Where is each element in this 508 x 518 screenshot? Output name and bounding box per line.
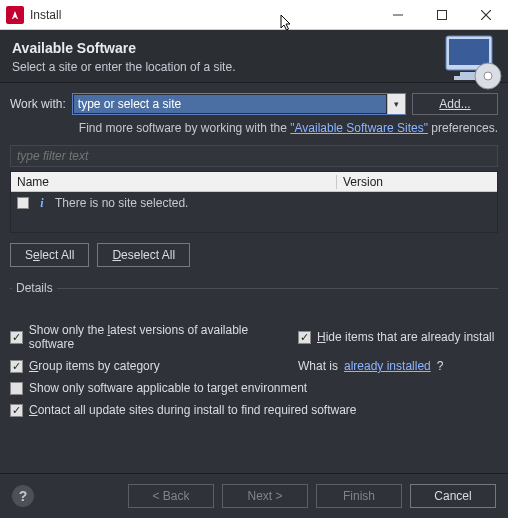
close-button[interactable] — [464, 0, 508, 30]
already-installed-text: What is already installed? — [298, 359, 498, 373]
titlebar: Install — [0, 0, 508, 30]
details-group: Details — [10, 281, 498, 315]
option-group-category[interactable]: ✓ Group items by category — [10, 359, 290, 373]
option-hide-installed[interactable]: ✓ Hide items that are already install — [298, 323, 498, 351]
empty-message: There is no site selected. — [55, 196, 188, 210]
finish-button: Finish — [316, 484, 402, 508]
back-button: < Back — [128, 484, 214, 508]
install-graphic-icon — [440, 32, 504, 92]
option-target-env[interactable]: Show only software applicable to target … — [10, 381, 498, 395]
workwith-combo[interactable]: ▾ — [72, 93, 406, 115]
next-button: Next > — [222, 484, 308, 508]
software-table: Name Version i There is no site selected… — [10, 171, 498, 233]
column-version[interactable]: Version — [337, 175, 497, 189]
cancel-button[interactable]: Cancel — [410, 484, 496, 508]
option-latest-versions[interactable]: ✓ Show only the latest versions of avail… — [10, 323, 290, 351]
minimize-button[interactable] — [376, 0, 420, 30]
column-name[interactable]: Name — [11, 175, 337, 189]
checkbox-icon: ✓ — [10, 404, 23, 417]
wizard-footer: ? < Back Next > Finish Cancel — [0, 473, 508, 518]
window-title: Install — [30, 8, 376, 22]
dialog-header: Available Software Select a site or ente… — [0, 30, 508, 83]
angular-icon — [6, 6, 24, 24]
deselect-all-button[interactable]: Deselect All — [97, 243, 190, 267]
svg-point-10 — [484, 72, 492, 80]
available-sites-link[interactable]: "Available Software Sites" — [290, 121, 428, 135]
add-button[interactable]: Add... — [412, 93, 498, 115]
svg-rect-6 — [449, 39, 489, 65]
workwith-input[interactable] — [74, 95, 386, 113]
table-empty-row: i There is no site selected. — [17, 196, 491, 210]
page-subtitle: Select a site or enter the location of a… — [12, 60, 235, 74]
checkbox-icon: ✓ — [298, 331, 311, 344]
already-installed-link[interactable]: already installed — [344, 359, 431, 373]
workwith-label: Work with: — [10, 97, 66, 111]
checkbox-icon: ✓ — [10, 331, 23, 344]
checkbox-icon — [10, 382, 23, 395]
maximize-button[interactable] — [420, 0, 464, 30]
info-icon: i — [35, 196, 49, 210]
table-header: Name Version — [11, 172, 497, 192]
filter-input[interactable] — [10, 145, 498, 167]
help-icon[interactable]: ? — [12, 485, 34, 507]
details-legend: Details — [12, 281, 57, 295]
svg-rect-2 — [438, 10, 447, 19]
page-title: Available Software — [12, 40, 235, 56]
option-contact-sites[interactable]: ✓ Contact all update sites during instal… — [10, 403, 498, 417]
chevron-down-icon[interactable]: ▾ — [387, 94, 405, 114]
select-all-button[interactable]: Select All — [10, 243, 89, 267]
row-checkbox[interactable] — [17, 197, 29, 209]
software-sites-hint: Find more software by working with the "… — [10, 121, 498, 135]
checkbox-icon: ✓ — [10, 360, 23, 373]
